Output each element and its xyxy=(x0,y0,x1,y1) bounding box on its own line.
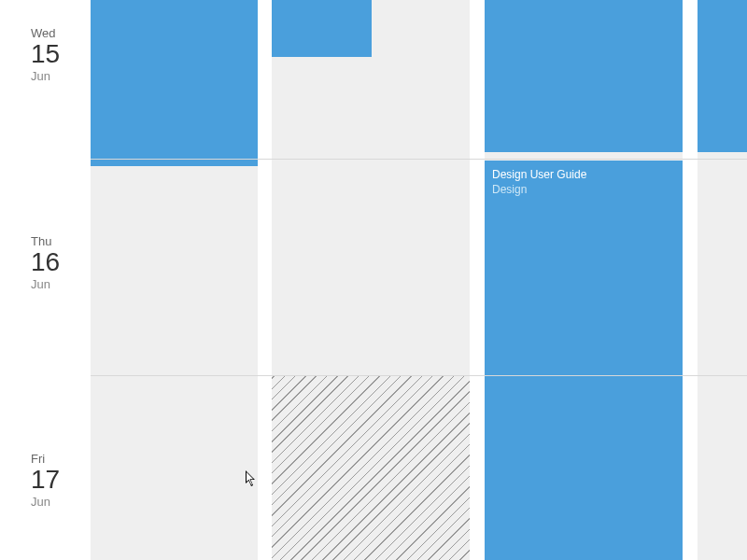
calendar-event[interactable] xyxy=(91,0,258,166)
day-divider xyxy=(0,159,747,160)
date-cell: Wed 15 Jun xyxy=(0,0,91,159)
event-subtitle: Design xyxy=(492,182,675,197)
date-column: Wed 15 Jun Thu 16 Jun Fri 17 Jun xyxy=(0,0,91,560)
event-title: Design User Guide xyxy=(492,167,675,182)
weekday-label: Thu xyxy=(31,234,91,248)
calendar-event[interactable] xyxy=(272,0,372,57)
day-divider xyxy=(0,375,747,376)
month-label: Jun xyxy=(31,277,91,291)
date-cell: Thu 16 Jun xyxy=(0,159,91,375)
calendar-event[interactable]: Design User Guide Design xyxy=(485,161,683,560)
month-label: Jun xyxy=(31,69,91,83)
day-number: 17 xyxy=(31,467,91,493)
day-number: 15 xyxy=(31,41,91,67)
non-working-block xyxy=(272,375,470,560)
calendar-event[interactable] xyxy=(485,0,683,152)
cursor-icon xyxy=(245,470,258,487)
weekday-label: Wed xyxy=(31,26,91,40)
month-label: Jun xyxy=(31,495,91,509)
date-cell: Fri 17 Jun xyxy=(0,375,91,560)
resource-calendar[interactable]: Design User Guide Design Wed 15 Jun Thu … xyxy=(0,0,747,560)
day-number: 16 xyxy=(31,249,91,275)
weekday-label: Fri xyxy=(31,452,91,466)
calendar-event[interactable] xyxy=(698,0,747,152)
